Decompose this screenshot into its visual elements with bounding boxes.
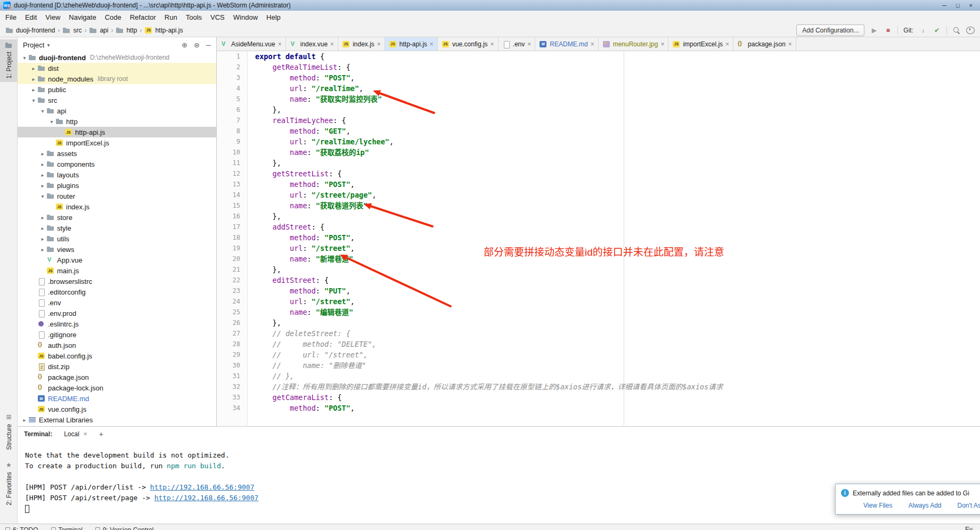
- menu-tools[interactable]: Tools: [182, 12, 206, 23]
- close-icon[interactable]: ×: [377, 40, 381, 48]
- editor-tab-importexcel-js[interactable]: importExcel.js×: [668, 37, 733, 51]
- hide-panel-icon[interactable]: ─: [206, 41, 211, 49]
- chevron-open-icon[interactable]: ▾: [39, 193, 46, 199]
- chevron-closed-icon[interactable]: ▸: [39, 215, 46, 221]
- tool-button-favorites[interactable]: ★ 2: Favorites: [0, 458, 18, 509]
- code-text[interactable]: // deleteStreet: {: [248, 328, 350, 339]
- terminal-cursor[interactable]: [25, 505, 29, 513]
- tree-item--env[interactable]: .env: [18, 297, 216, 308]
- close-icon[interactable]: ×: [491, 40, 494, 48]
- chevron-open-icon[interactable]: ▾: [30, 97, 37, 103]
- code-text[interactable]: addStreet: {: [248, 222, 324, 232]
- tree-item-http-api-js[interactable]: http-api.js: [18, 127, 216, 137]
- editor-tab--env[interactable]: .env×: [499, 37, 536, 51]
- chevron-open-icon[interactable]: ▾: [48, 119, 55, 125]
- menu-run[interactable]: Run: [160, 12, 182, 23]
- tree-item-package-lock-json[interactable]: package-lock.json: [18, 382, 216, 393]
- chevron-closed-icon[interactable]: ▸: [39, 225, 46, 231]
- tree-item-auth-json[interactable]: auth.json: [18, 340, 216, 350]
- menu-file[interactable]: File: [1, 12, 21, 23]
- editor-tab-http-api-js[interactable]: http-api.js×: [385, 37, 438, 51]
- tree-item-store[interactable]: ▸store: [18, 212, 216, 223]
- close-button[interactable]: ×: [969, 2, 973, 9]
- tree-item-main-js[interactable]: main.js: [18, 265, 216, 276]
- status-9-version-control[interactable]: 9: Version Control: [95, 526, 153, 530]
- notification-action-always-add[interactable]: Always Add: [908, 502, 941, 509]
- editor-tab-menurouter-jpg[interactable]: menuRouter.jpg×: [599, 37, 669, 51]
- tree-item-api[interactable]: ▾api: [18, 105, 216, 116]
- tree-item-plugins[interactable]: ▸plugins: [18, 180, 216, 191]
- code-text[interactable]: },: [248, 104, 281, 115]
- tree-item-node-modules[interactable]: ▸node_moduleslibrary root: [18, 74, 216, 84]
- event-log-label[interactable]: Ev: [965, 526, 973, 530]
- tool-button-project[interactable]: 1: Project: [0, 39, 18, 82]
- breadcrumb-item-http[interactable]: http: [116, 27, 137, 34]
- settings-gear-icon[interactable]: ⊛: [194, 41, 200, 49]
- close-icon[interactable]: ×: [527, 40, 531, 48]
- code-text[interactable]: name: "获取巷道列表": [248, 200, 368, 211]
- chevron-closed-icon[interactable]: ▸: [30, 76, 37, 82]
- breadcrumb-item-http-api-js[interactable]: http-api.js: [144, 27, 183, 34]
- run-play-icon[interactable]: ▶: [870, 26, 878, 35]
- code-wrap[interactable]: 1export default {2 getRealTimeList: {3 m…: [217, 51, 980, 426]
- chevron-down-icon[interactable]: ▾: [47, 42, 50, 48]
- code-text[interactable]: // },: [248, 371, 294, 381]
- code-text[interactable]: // url: "/street",: [248, 349, 368, 360]
- tree-item--browserslistrc[interactable]: .browserslistrc: [18, 276, 216, 287]
- code-text[interactable]: method: "PUT",: [248, 286, 350, 296]
- code-text[interactable]: getRealTimeList: {: [248, 62, 350, 72]
- chevron-closed-icon[interactable]: ▸: [39, 161, 46, 167]
- editor-tab-vue-config-js[interactable]: vue.config.js×: [438, 37, 499, 51]
- code-text[interactable]: // method: "DELETE",: [248, 339, 377, 349]
- tree-item-external-libraries[interactable]: ▸External Libraries: [18, 414, 216, 425]
- editor-tab-index-js[interactable]: index.js×: [338, 37, 385, 51]
- code-text[interactable]: method: "POST",: [248, 72, 355, 83]
- code-text[interactable]: getStreetList: {: [248, 168, 342, 179]
- tree-item-duoji-frontend[interactable]: ▾duoji-frontendD:\zheheWeb\duoji-fronten…: [18, 52, 216, 63]
- menu-vcs[interactable]: VCS: [206, 12, 229, 23]
- chevron-closed-icon[interactable]: ▸: [39, 247, 46, 252]
- tree-item--env-prod[interactable]: .env.prod: [18, 308, 216, 319]
- tree-item-importexcel-js[interactable]: importExcel.js: [18, 137, 216, 148]
- code-area[interactable]: 1export default {2 getRealTimeList: {3 m…: [217, 51, 980, 413]
- tree-item-layouts[interactable]: ▸layouts: [18, 169, 216, 180]
- tree-item-vue-config-js[interactable]: vue.config.js: [18, 404, 216, 414]
- add-configuration-button[interactable]: Add Configuration...: [796, 25, 864, 36]
- git-commit-icon[interactable]: ✔: [933, 26, 941, 35]
- project-panel-title[interactable]: Project: [23, 41, 44, 49]
- tree-item--eslintrc-js[interactable]: .eslintrc.js: [18, 319, 216, 329]
- code-text[interactable]: url: "/street",: [248, 296, 355, 307]
- chevron-closed-icon[interactable]: ▸: [30, 66, 37, 71]
- code-text[interactable]: },: [248, 264, 281, 275]
- tree-item-views[interactable]: ▸views: [18, 244, 216, 255]
- tree-item-utils[interactable]: ▸utils: [18, 233, 216, 244]
- close-icon[interactable]: ×: [788, 40, 792, 48]
- close-icon[interactable]: ×: [725, 40, 729, 48]
- status-6-todo[interactable]: 6: TODO: [5, 526, 38, 530]
- close-icon[interactable]: ×: [430, 40, 434, 48]
- code-text[interactable]: url: "/street/page",: [248, 190, 377, 200]
- tree-item--gitignore[interactable]: .gitignore: [18, 329, 216, 340]
- close-icon[interactable]: ×: [330, 40, 334, 48]
- terminal-tab-local[interactable]: Local ×: [60, 429, 92, 439]
- clock-icon[interactable]: [966, 27, 975, 34]
- menu-view[interactable]: View: [41, 12, 64, 23]
- tree-item-index-js[interactable]: index.js: [18, 201, 216, 212]
- tree-item-public[interactable]: ▸public: [18, 84, 216, 95]
- breadcrumb-item-duoji-frontend[interactable]: duoji-frontend: [5, 27, 55, 34]
- status-terminal[interactable]: Terminal: [51, 526, 83, 530]
- tree-item-assets[interactable]: ▸assets: [18, 148, 216, 159]
- menu-navigate[interactable]: Navigate: [64, 12, 100, 23]
- code-text[interactable]: name: "新增巷道": [248, 254, 353, 264]
- tree-item-package-json[interactable]: package.json: [18, 372, 216, 382]
- code-text[interactable]: getCameraList: {: [248, 392, 342, 403]
- breadcrumb-item-api[interactable]: api: [89, 27, 108, 34]
- code-text[interactable]: },: [248, 158, 281, 168]
- menu-edit[interactable]: Edit: [21, 12, 41, 23]
- code-text[interactable]: method: "POST",: [248, 403, 355, 413]
- code-text[interactable]: method: "GET",: [248, 126, 350, 136]
- code-text[interactable]: // name: "删除巷道": [248, 360, 366, 371]
- close-icon[interactable]: ×: [660, 40, 664, 48]
- menu-window[interactable]: Window: [229, 12, 262, 23]
- tree-item-router[interactable]: ▾router: [18, 191, 216, 201]
